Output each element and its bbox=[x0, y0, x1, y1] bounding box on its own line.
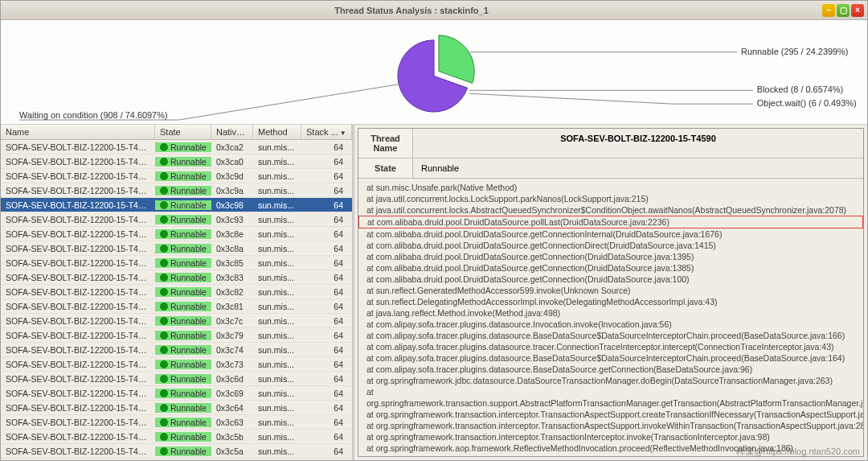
table-row[interactable]: SOFA-SEV-BOLT-BIZ-12200-15-T4590Runnable… bbox=[1, 198, 352, 212]
table-row[interactable]: SOFA-SEV-BOLT-BIZ-12200-15-T4576Runnable… bbox=[1, 241, 352, 256]
cell-name: SOFA-SEV-BOLT-BIZ-12200-15-T4576 bbox=[1, 244, 155, 253]
stack-line: at bbox=[358, 386, 863, 397]
table-row[interactable]: SOFA-SEV-BOLT-BIZ-12200-15-T4580Runnable… bbox=[1, 227, 352, 241]
stack-line: at com.alibaba.druid.pool.DruidDataSourc… bbox=[358, 240, 863, 251]
table-row[interactable]: SOFA-SEV-BOLT-BIZ-12200-15-T4600Runnable… bbox=[1, 140, 352, 154]
col-nativeid[interactable]: NativeID bbox=[211, 125, 253, 139]
table-row[interactable]: SOFA-SEV-BOLT-BIZ-12200-15-T4543Runnable… bbox=[1, 386, 352, 401]
stack-line: at com.alibaba.druid.pool.DruidDataSourc… bbox=[358, 262, 863, 274]
cell-state: Runnable bbox=[155, 244, 211, 253]
runnable-dot-icon bbox=[160, 245, 168, 253]
cell-name: SOFA-SEV-BOLT-BIZ-12200-15-T4571 bbox=[1, 258, 155, 268]
table-row[interactable]: SOFA-SEV-BOLT-BIZ-12200-15-T4568Runnable… bbox=[1, 285, 352, 299]
detail-state-row: State Runnable bbox=[358, 158, 863, 179]
cell-nativeid: 0x3c85 bbox=[211, 258, 253, 268]
table-row[interactable]: SOFA-SEV-BOLT-BIZ-12200-15-T4547Runnable… bbox=[1, 372, 352, 386]
cell-state: Runnable bbox=[155, 374, 211, 384]
cell-method: sun.mis... bbox=[253, 345, 301, 355]
stack-line: at org.springframework.transaction.inter… bbox=[358, 420, 863, 431]
runnable-dot-icon bbox=[160, 274, 168, 282]
stack-trace[interactable]: at sun.misc.Unsafe.park(Native Method)at… bbox=[358, 179, 863, 456]
cell-method: sun.mis... bbox=[253, 244, 301, 253]
cell-name: SOFA-SEV-BOLT-BIZ-12200-15-T4595 bbox=[1, 171, 155, 181]
table-row[interactable]: SOFA-SEV-BOLT-BIZ-12200-15-T4538Runnable… bbox=[1, 401, 352, 415]
cell-state: Runnable bbox=[155, 331, 211, 340]
table-row[interactable]: SOFA-SEV-BOLT-BIZ-12200-15-T4562Runnable… bbox=[1, 314, 352, 328]
stack-line: at com.alibaba.druid.pool.DruidDataSourc… bbox=[358, 216, 863, 228]
runnable-dot-icon bbox=[160, 346, 168, 354]
table-row[interactable]: SOFA-SEV-BOLT-BIZ-12200-15-T4520Runnable… bbox=[1, 459, 352, 460]
cell-nativeid: 0x3c5b bbox=[211, 432, 253, 442]
minimize-button[interactable]: – bbox=[822, 4, 835, 17]
stack-line: at org.springframework.jdbc.datasource.D… bbox=[358, 375, 863, 386]
col-state[interactable]: State bbox=[155, 125, 211, 139]
cell-name: SOFA-SEV-BOLT-BIZ-12200-15-T4553 bbox=[1, 360, 155, 369]
cell-name: SOFA-SEV-BOLT-BIZ-12200-15-T4528 bbox=[1, 447, 155, 456]
cell-stackdepth: 64 bbox=[301, 171, 352, 181]
cell-method: sun.mis... bbox=[253, 316, 301, 326]
maximize-button[interactable]: ▢ bbox=[837, 4, 850, 17]
table-row[interactable]: SOFA-SEV-BOLT-BIZ-12200-15-T4592Runnable… bbox=[1, 183, 352, 198]
col-method[interactable]: Method bbox=[253, 125, 301, 139]
titlebar[interactable]: Thread Status Analysis : stackinfo_1 – ▢… bbox=[1, 1, 867, 20]
cell-stackdepth: 64 bbox=[301, 447, 352, 456]
detail-state-label: State bbox=[358, 158, 413, 178]
cell-method: sun.mis... bbox=[253, 215, 301, 224]
cell-name: SOFA-SEV-BOLT-BIZ-12200-15-T4537 bbox=[1, 418, 155, 427]
cell-method: sun.mis... bbox=[253, 258, 301, 268]
cell-nativeid: 0x3ca2 bbox=[211, 142, 253, 152]
cell-nativeid: 0x3ca0 bbox=[211, 157, 253, 167]
cell-name: SOFA-SEV-BOLT-BIZ-12200-15-T4559 bbox=[1, 331, 155, 340]
table-row[interactable]: SOFA-SEV-BOLT-BIZ-12200-15-T4554Runnable… bbox=[1, 343, 352, 357]
cell-method: sun.mis... bbox=[253, 331, 301, 340]
col-name[interactable]: Name bbox=[1, 125, 155, 139]
table-row[interactable]: SOFA-SEV-BOLT-BIZ-12200-15-T4569Runnable… bbox=[1, 270, 352, 285]
cell-state: Runnable bbox=[155, 302, 211, 311]
stack-line: at java.lang.reflect.Method.invoke(Metho… bbox=[358, 307, 863, 319]
cell-name: SOFA-SEV-BOLT-BIZ-12200-15-T4592 bbox=[1, 186, 155, 196]
cell-method: sun.mis... bbox=[253, 171, 301, 181]
cell-method: sun.mis... bbox=[253, 157, 301, 167]
cell-stackdepth: 64 bbox=[301, 331, 352, 340]
content-split: Name State NativeID Method Stack ...▼ SO… bbox=[1, 125, 867, 460]
cell-method: sun.mis... bbox=[253, 229, 301, 239]
cell-method: sun.mis... bbox=[253, 418, 301, 427]
cell-stackdepth: 64 bbox=[301, 287, 352, 297]
table-row[interactable]: SOFA-SEV-BOLT-BIZ-12200-15-T4553Runnable… bbox=[1, 357, 352, 372]
table-row[interactable]: SOFA-SEV-BOLT-BIZ-12200-15-T4571Runnable… bbox=[1, 256, 352, 270]
cell-nativeid: 0x3c6d bbox=[211, 374, 253, 384]
window: Thread Status Analysis : stackinfo_1 – ▢… bbox=[0, 0, 868, 461]
detail-panel: Thread Name SOFA-SEV-BOLT-BIZ-12200-15-T… bbox=[354, 125, 867, 460]
table-row[interactable]: SOFA-SEV-BOLT-BIZ-12200-15-T4529Runnable… bbox=[1, 430, 352, 444]
cell-stackdepth: 64 bbox=[301, 374, 352, 384]
table-row[interactable]: SOFA-SEV-BOLT-BIZ-12200-15-T4537Runnable… bbox=[1, 415, 352, 430]
runnable-dot-icon bbox=[160, 404, 168, 412]
cell-name: SOFA-SEV-BOLT-BIZ-12200-15-T4580 bbox=[1, 229, 155, 239]
runnable-dot-icon bbox=[160, 360, 168, 368]
cell-name: SOFA-SEV-BOLT-BIZ-12200-15-T4543 bbox=[1, 389, 155, 398]
table-row[interactable]: SOFA-SEV-BOLT-BIZ-12200-15-T4559Runnable… bbox=[1, 328, 352, 343]
cell-stackdepth: 64 bbox=[301, 418, 352, 427]
cell-nativeid: 0x3c82 bbox=[211, 287, 253, 297]
stack-line: at com.alibaba.druid.pool.DruidDataSourc… bbox=[358, 228, 863, 240]
cell-name: SOFA-SEV-BOLT-BIZ-12200-15-T4529 bbox=[1, 432, 155, 442]
cell-state: Runnable bbox=[155, 186, 211, 196]
cell-nativeid: 0x3c74 bbox=[211, 345, 253, 355]
cell-stackdepth: 64 bbox=[301, 142, 352, 152]
col-stack[interactable]: Stack ...▼ bbox=[301, 125, 352, 139]
cell-method: sun.mis... bbox=[253, 273, 301, 282]
table-row[interactable]: SOFA-SEV-BOLT-BIZ-12200-15-T4598Runnable… bbox=[1, 154, 352, 169]
table-row[interactable]: SOFA-SEV-BOLT-BIZ-12200-15-T4595Runnable… bbox=[1, 169, 352, 183]
stack-line: at org.springframework.transaction.inter… bbox=[358, 409, 863, 420]
table-row[interactable]: SOFA-SEV-BOLT-BIZ-12200-15-T4585Runnable… bbox=[1, 212, 352, 227]
table-row[interactable]: SOFA-SEV-BOLT-BIZ-12200-15-T4567Runnable… bbox=[1, 299, 352, 314]
table-header: Name State NativeID Method Stack ...▼ bbox=[1, 125, 352, 140]
stack-line: at com.alipay.sofa.tracer.plugins.dataso… bbox=[358, 364, 863, 375]
cell-state: Runnable bbox=[155, 142, 211, 152]
cell-stackdepth: 64 bbox=[301, 186, 352, 196]
cell-state: Runnable bbox=[155, 389, 211, 398]
close-button[interactable]: × bbox=[851, 4, 864, 17]
thread-rows[interactable]: SOFA-SEV-BOLT-BIZ-12200-15-T4600Runnable… bbox=[1, 140, 352, 460]
runnable-dot-icon bbox=[160, 172, 168, 180]
table-row[interactable]: SOFA-SEV-BOLT-BIZ-12200-15-T4528Runnable… bbox=[1, 444, 352, 459]
